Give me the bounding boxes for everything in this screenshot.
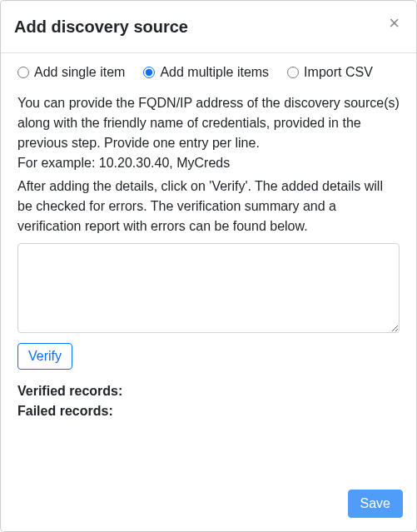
radio-single-item[interactable]: Add single item <box>17 65 125 80</box>
radio-single-input[interactable] <box>17 67 29 78</box>
verify-button[interactable]: Verify <box>17 343 72 370</box>
instructions-example: For example: 10.20.30.40, MyCreds <box>17 156 230 170</box>
modal-header: Add discovery source × <box>1 1 416 53</box>
instructions-block-1: You can provide the FQDN/IP address of t… <box>17 93 400 173</box>
add-discovery-source-modal: Add discovery source × Add single item A… <box>0 0 417 532</box>
modal-body: Add single item Add multiple items Impor… <box>1 53 416 480</box>
failed-records-label: Failed records: <box>17 401 400 421</box>
radio-single-label[interactable]: Add single item <box>34 65 125 80</box>
radio-multiple-input[interactable] <box>143 67 155 78</box>
mode-radio-group: Add single item Add multiple items Impor… <box>17 65 400 80</box>
entries-textarea[interactable] <box>17 243 400 333</box>
radio-multiple-items[interactable]: Add multiple items <box>143 65 269 80</box>
instructions-text-1: You can provide the FQDN/IP address of t… <box>17 96 400 150</box>
save-button[interactable]: Save <box>348 490 403 518</box>
instructions-block-2: After adding the details, click on 'Veri… <box>17 177 400 236</box>
modal-footer: Save <box>1 480 416 531</box>
close-button[interactable]: × <box>385 14 403 32</box>
verified-records-label: Verified records: <box>17 381 400 401</box>
radio-import-input[interactable] <box>287 67 299 78</box>
modal-title: Add discovery source <box>14 14 188 39</box>
radio-import-label[interactable]: Import CSV <box>304 65 373 80</box>
radio-multiple-label[interactable]: Add multiple items <box>160 65 269 80</box>
radio-import-csv[interactable]: Import CSV <box>287 65 373 80</box>
